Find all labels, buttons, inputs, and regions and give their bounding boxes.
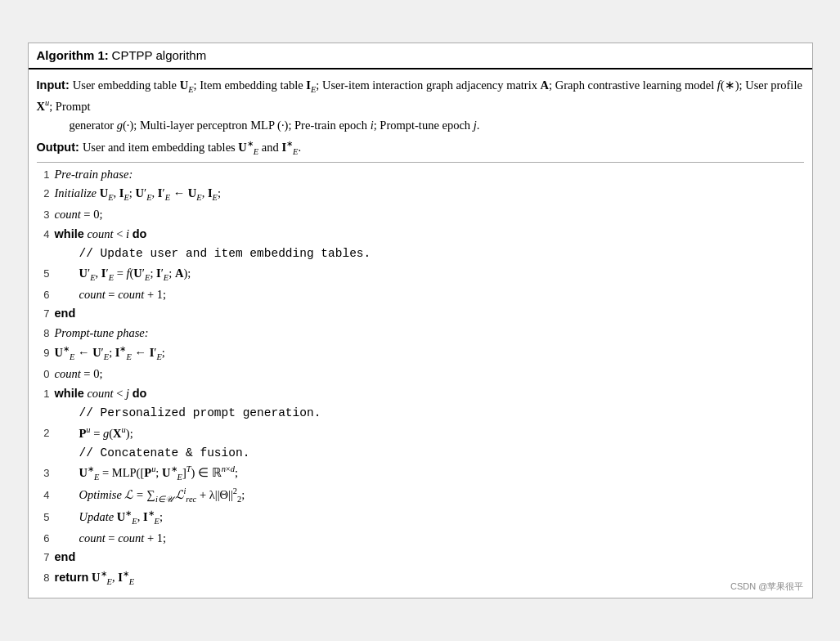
line-9: 9 U∗E ← U′E; I∗E ← I′E;	[37, 343, 804, 364]
line-5: 5 U′E, I′E = f(U′E; I′E; A);	[37, 264, 804, 285]
output-block: Output: User and item embedding tables U…	[37, 137, 804, 159]
line-13: 3 U∗E = MLP([Pu; U∗E]T) ∈ ℝn×d;	[37, 463, 804, 484]
line-15: 5 Update U∗E, I∗E;	[37, 507, 804, 528]
line-num-13: 3	[37, 465, 55, 482]
line-content-16: count = count + 1;	[55, 529, 804, 547]
line-num-1: 1	[37, 167, 55, 183]
line-1: 1 Pre-train phase:	[37, 165, 804, 183]
line-content-18: return U∗E, I∗E	[55, 567, 804, 589]
line-content-c3: // Concatenate & fusion.	[55, 443, 804, 462]
input-text: User embedding table UE; Item embedding …	[37, 78, 802, 131]
line-content-2: Initialize UE, IE; U′E, I′E ← UE, IE;	[55, 184, 804, 204]
line-content-14: Optimise ℒ = ∑i∈𝒰 ℒirec + λ||Θ||22;	[55, 485, 804, 506]
input-label: Input:	[37, 78, 73, 92]
algorithm-header: Algorithm 1: CPTPP algorithm	[29, 43, 812, 69]
line-12: 2 Pu = g(Xu);	[37, 424, 804, 442]
line-content-12: Pu = g(Xu);	[55, 424, 804, 442]
line-num-6: 6	[37, 287, 55, 303]
line-content-13: U∗E = MLP([Pu; U∗E]T) ∈ ℝn×d;	[55, 463, 804, 484]
line-7: 7 end	[37, 304, 804, 322]
line-14: 4 Optimise ℒ = ∑i∈𝒰 ℒirec + λ||Θ||22;	[37, 485, 804, 506]
line-content-3: count = 0;	[55, 205, 804, 223]
line-content-c2: // Personalized prompt generation.	[55, 403, 804, 422]
line-num-16: 6	[37, 531, 55, 547]
algorithm-title: CPTPP algorithm	[112, 48, 207, 62]
output-label: Output:	[37, 141, 83, 154]
line-10: 0 count = 0;	[37, 365, 804, 383]
line-content-8: Prompt-tune phase:	[55, 324, 804, 342]
line-num-4: 4	[37, 226, 55, 243]
line-num-15: 5	[37, 509, 55, 526]
line-num-5: 5	[37, 266, 55, 282]
line-comment-3: // Concatenate & fusion.	[37, 443, 804, 462]
line-content-5: U′E, I′E = f(U′E; I′E; A);	[55, 264, 804, 285]
algorithm-body: Input: User embedding table UE; Item emb…	[29, 69, 812, 598]
line-content-7: end	[55, 304, 804, 322]
line-num-18: 8	[37, 570, 55, 586]
algorithm-label: Algorithm 1:	[37, 48, 109, 62]
input-block: Input: User embedding table UE; Item emb…	[37, 76, 804, 134]
line-num-9: 9	[37, 345, 55, 361]
line-11: 1 while count < j do	[37, 384, 804, 402]
line-num-12: 2	[37, 425, 55, 442]
line-comment-2: // Personalized prompt generation.	[37, 403, 804, 422]
line-num-2: 2	[37, 186, 55, 202]
line-num-10: 0	[37, 366, 55, 383]
output-text: User and item embedding tables U∗E and I…	[83, 141, 301, 154]
line-num-7: 7	[37, 306, 55, 322]
line-content-1: Pre-train phase:	[55, 165, 804, 183]
line-6: 6 count = count + 1;	[37, 285, 804, 303]
line-17: 7 end	[37, 548, 804, 566]
line-num-3: 3	[37, 207, 55, 223]
line-18: 8 return U∗E, I∗E	[37, 567, 804, 589]
line-comment-1: // Update user and item embedding tables…	[37, 244, 804, 262]
watermark: CSDN @苹果很平	[730, 580, 803, 593]
line-content-4: while count < i do	[55, 225, 804, 243]
line-num-11: 1	[37, 386, 55, 402]
line-content-17: end	[55, 548, 804, 566]
line-content-c1: // Update user and item embedding tables…	[55, 244, 804, 262]
line-num-14: 4	[37, 487, 55, 504]
line-2: 2 Initialize UE, IE; U′E, I′E ← UE, IE;	[37, 184, 804, 204]
line-16: 6 count = count + 1;	[37, 529, 804, 547]
line-content-11: while count < j do	[55, 384, 804, 402]
line-num-8: 8	[37, 325, 55, 342]
line-content-15: Update U∗E, I∗E;	[55, 507, 804, 528]
line-content-10: count = 0;	[55, 365, 804, 383]
line-num-17: 7	[37, 549, 55, 566]
line-3: 3 count = 0;	[37, 205, 804, 223]
line-4: 4 while count < i do	[37, 225, 804, 243]
line-content-6: count = count + 1;	[55, 285, 804, 303]
divider	[37, 162, 804, 163]
line-content-9: U∗E ← U′E; I∗E ← I′E;	[55, 343, 804, 364]
line-8: 8 Prompt-tune phase:	[37, 324, 804, 342]
algorithm-container: Algorithm 1: CPTPP algorithm Input: User…	[28, 43, 813, 598]
